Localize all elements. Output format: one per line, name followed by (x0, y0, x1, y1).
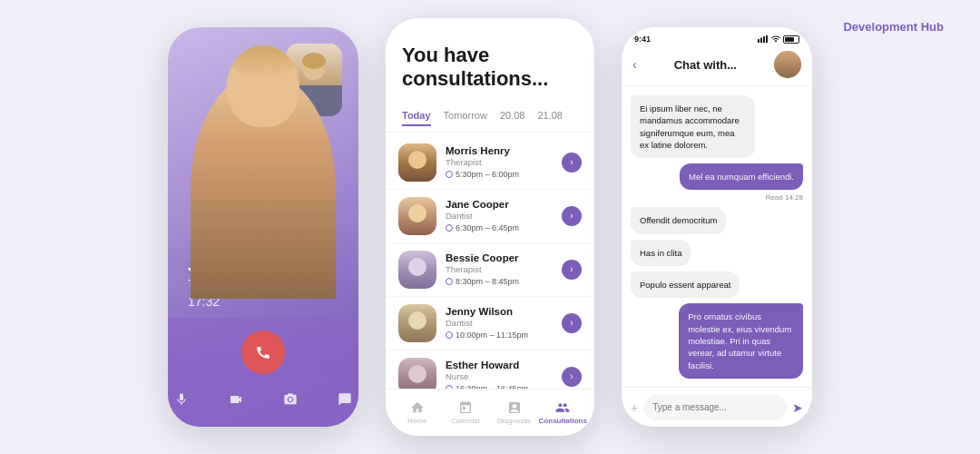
consultation-list: Morris Henry Therapist 5:30pm – 6:00pm ›… (386, 133, 594, 405)
back-button[interactable]: ‹ (632, 57, 637, 72)
consultation-time: 6:30pm – 6:45pm (456, 223, 519, 232)
nav-consultations-label: Consultations (539, 417, 587, 425)
date-tabs: Today Tomorrow 20.08 21.08 (386, 101, 594, 133)
phone-video-call: John Smith Therapist 17:32 (168, 27, 358, 427)
consultation-item[interactable]: Morris Henry Therapist 5:30pm – 6:00pm › (386, 136, 594, 190)
consultant-role: Dantist (446, 211, 553, 221)
consultation-arrow[interactable]: › (562, 153, 582, 173)
nav-calendar-label: Calendar (451, 417, 480, 425)
dev-label: Development Hub (843, 20, 944, 34)
avatar (398, 197, 436, 235)
status-time: 9:41 (634, 35, 651, 44)
tab-tomorrow[interactable]: Tomorrow (444, 110, 487, 126)
bottom-navigation: Home Calendar Diagnostic Consultations (386, 389, 594, 436)
consultation-arrow[interactable]: › (562, 313, 582, 333)
consultation-time-row: 8:30pm – 8:45pm (446, 277, 553, 286)
consultation-time: 10:00pm – 11:15pm (456, 331, 528, 340)
message-bubble: Pro ornatus civibus molestie ex, eius vi… (679, 303, 803, 378)
consultant-name: Morris Henry (446, 145, 553, 156)
consultant-name: Bessie Cooper (446, 252, 553, 263)
avatar (398, 143, 436, 182)
mute-button[interactable] (168, 385, 196, 414)
photo-button[interactable] (276, 385, 305, 414)
chat-title: Chat with... (644, 58, 767, 72)
svg-rect-0 (758, 39, 760, 43)
consultation-time: 8:30pm – 8:45pm (456, 277, 519, 286)
chat-input-bar: + ➤ (622, 387, 812, 427)
consultant-name: Jane Cooper (446, 199, 553, 210)
consult-header: You have consultations... (386, 18, 594, 101)
status-icons (758, 35, 799, 44)
delivered-label: Delivered (772, 384, 803, 386)
message-bubble: Mel ea numquam efficiendi. (680, 163, 803, 190)
avatar (398, 304, 436, 342)
clock-icon (446, 331, 453, 339)
tab-2008[interactable]: 20.08 (500, 110, 525, 126)
consultation-time-row: 10:00pm – 11:15pm (446, 331, 553, 340)
consultation-item[interactable]: Jenny Wilson Dantist 10:00pm – 11:15pm › (386, 297, 594, 350)
chat-input[interactable] (643, 395, 787, 420)
message-bubble: Offendit democritum (631, 207, 726, 233)
clock-icon (446, 224, 453, 232)
consultation-info: Morris Henry Therapist 5:30pm – 6:00pm (446, 145, 553, 179)
consultation-info: Jane Cooper Dantist 6:30pm – 6:45pm (446, 199, 553, 232)
nav-home[interactable]: Home (393, 400, 442, 425)
avatar (398, 251, 436, 289)
main-caller-video (168, 27, 358, 299)
send-icon[interactable]: ➤ (792, 400, 803, 415)
chat-header: ‹ Chat with... (622, 47, 812, 86)
nav-calendar[interactable]: Calendar (442, 400, 491, 425)
chat-avatar (774, 51, 801, 78)
consultant-role: Therapist (446, 264, 553, 274)
consultant-name: Esther Howard (446, 360, 553, 370)
nav-home-label: Home (407, 417, 426, 425)
consultant-role: Therapist (446, 157, 553, 167)
call-secondary-controls (168, 385, 358, 414)
call-controls (168, 318, 358, 427)
nav-diagnostic[interactable]: Diagnostic (490, 400, 539, 425)
phone-consultations: You have consultations... Today Tomorrow… (386, 18, 594, 436)
consultation-arrow[interactable]: › (562, 260, 582, 280)
attachment-icon[interactable]: + (631, 400, 638, 415)
tab-2108[interactable]: 21.08 (537, 110, 563, 126)
consultation-time: 5:30pm – 6:00pm (456, 170, 519, 179)
chat-button[interactable] (330, 385, 358, 414)
consultant-name: Jenny Wilson (446, 306, 553, 317)
read-receipt: Read 14:28 (766, 193, 803, 202)
consultation-info: Jenny Wilson Dantist 10:00pm – 11:15pm (446, 306, 553, 340)
video-background: John Smith Therapist 17:32 (168, 27, 358, 427)
end-call-button[interactable] (241, 331, 285, 374)
consultation-info: Bessie Cooper Therapist 8:30pm – 8:45pm (446, 252, 553, 286)
tab-today[interactable]: Today (402, 110, 431, 126)
nav-diagnostic-label: Diagnostic (497, 417, 531, 425)
consultation-time-row: 5:30pm – 6:00pm (446, 170, 553, 179)
consultant-role: Dantist (446, 318, 553, 328)
consultation-arrow[interactable]: › (562, 367, 582, 387)
message-bubble: Ei ipsum liber nec, ne mandamus accommod… (631, 95, 755, 158)
nav-consultations[interactable]: Consultations (539, 400, 588, 425)
message-bubble: Has in clita (631, 240, 691, 266)
svg-rect-3 (766, 35, 768, 43)
consult-title: You have consultations... (402, 44, 578, 92)
svg-rect-2 (763, 36, 765, 43)
clock-icon (446, 171, 453, 178)
clock-icon (446, 278, 453, 285)
chat-messages: Ei ipsum liber nec, ne mandamus accommod… (622, 86, 812, 386)
consultation-arrow[interactable]: › (562, 206, 582, 226)
status-bar: 9:41 (622, 27, 812, 47)
consultant-role: Nurse (446, 371, 553, 381)
message-bubble: Populo essent appareat (631, 271, 740, 298)
consultation-item[interactable]: Bessie Cooper Therapist 8:30pm – 8:45pm … (386, 243, 594, 297)
camera-button[interactable] (221, 385, 250, 414)
phone-chat: 9:41 ‹ Chat with... Ei ipsum liber nec, … (622, 27, 812, 427)
consultation-time-row: 6:30pm – 6:45pm (446, 223, 553, 232)
consultation-item[interactable]: Jane Cooper Dantist 6:30pm – 6:45pm › (386, 190, 594, 243)
svg-rect-1 (760, 38, 762, 44)
